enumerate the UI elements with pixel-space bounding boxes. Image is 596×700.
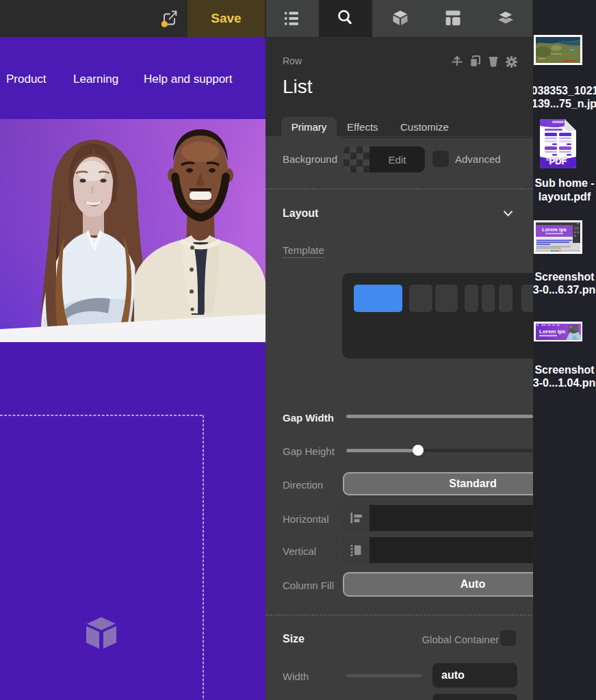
svg-text:Lorem ips: Lorem ips xyxy=(539,328,566,334)
svg-text:PDF: PDF xyxy=(549,156,567,166)
svg-text:Lorem ips: Lorem ips xyxy=(542,226,567,233)
